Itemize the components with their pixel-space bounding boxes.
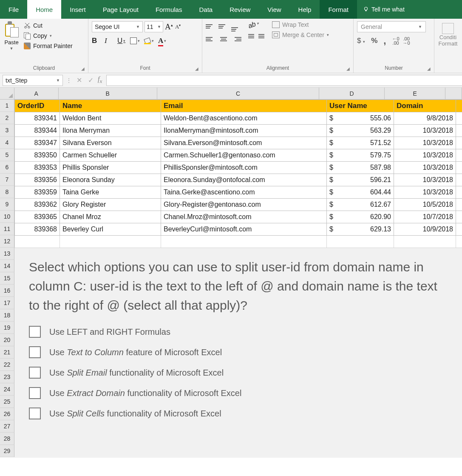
row-header[interactable]: 17 (0, 297, 14, 309)
cell[interactable]: Weldon Bent (60, 112, 161, 125)
row-header[interactable]: 23 (0, 371, 14, 383)
cell[interactable]: Silvana.Everson@mintosoft.com (161, 137, 327, 149)
row-header[interactable]: 3 (0, 124, 14, 137)
cell[interactable]: 839362 (15, 199, 60, 211)
cell[interactable] (60, 236, 161, 248)
font-name-select[interactable]: Segoe UI▼ (92, 21, 143, 32)
tab-file[interactable]: File (0, 0, 27, 19)
align-bottom-button[interactable] (231, 21, 241, 31)
increase-decimal-button[interactable]: ←0.00 (392, 37, 399, 45)
row-header[interactable]: 13 (0, 248, 14, 260)
cell[interactable]: 10/3/2018 (394, 186, 456, 199)
fill-color-button[interactable]: ▾ (144, 37, 154, 44)
cell[interactable]: 839365 (15, 211, 60, 223)
row-header[interactable]: 6 (0, 161, 14, 174)
percent-format-button[interactable]: % (371, 37, 377, 45)
cell[interactable]: $587.98 (327, 162, 394, 174)
dialog-launcher-icon[interactable]: ◢ (195, 66, 198, 71)
row-header[interactable]: 14 (0, 260, 14, 272)
cell[interactable]: 839368 (15, 223, 60, 236)
align-right-button[interactable] (231, 34, 241, 44)
cell[interactable]: 10/5/2018 (394, 199, 456, 211)
cell[interactable] (456, 174, 462, 186)
cell[interactable]: Eleonora Sunday (60, 174, 161, 186)
format-painter-button[interactable]: Format Painter (22, 42, 74, 50)
cell[interactable]: 839347 (15, 137, 60, 149)
cell[interactable]: $629.13 (327, 223, 394, 236)
cell[interactable] (161, 236, 327, 248)
cell[interactable]: $620.90 (327, 211, 394, 223)
conditional-formatting-button[interactable]: Conditi Formatt (438, 21, 458, 47)
increase-font-button[interactable]: A▴ (165, 22, 173, 31)
select-all-corner[interactable] (0, 88, 14, 100)
cell[interactable] (456, 162, 462, 174)
row-header[interactable]: 8 (0, 186, 14, 198)
cell[interactable]: Glory Register (60, 199, 161, 211)
cell[interactable]: $563.29 (327, 125, 394, 137)
row-header[interactable]: 18 (0, 309, 14, 322)
col-header-B[interactable]: B (59, 88, 157, 100)
cancel-formula-button[interactable]: ✕ (77, 76, 82, 84)
decrease-font-button[interactable]: A▾ (175, 23, 184, 30)
cell[interactable]: BeverleyCurl@mintosoft.com (161, 223, 327, 236)
font-color-button[interactable]: A▾ (158, 37, 167, 45)
cell[interactable]: Phillis Sponsler (60, 162, 161, 174)
cell[interactable]: 10/3/2018 (394, 162, 456, 174)
tell-me-search[interactable]: Tell me what (357, 0, 411, 19)
row-header[interactable]: 22 (0, 359, 14, 371)
checkbox[interactable] (29, 408, 41, 419)
row-header[interactable]: 29 (0, 445, 14, 457)
orientation-button[interactable]: ab▾ (248, 21, 259, 29)
cell[interactable]: Email (161, 100, 327, 112)
row-header[interactable]: 27 (0, 420, 14, 433)
decrease-decimal-button[interactable]: .00→0 (403, 37, 410, 45)
cell[interactable]: Carmen.Schueller1@gentonaso.com (161, 149, 327, 162)
cell[interactable] (394, 236, 456, 248)
cell[interactable]: $604.44 (327, 186, 394, 199)
row-header[interactable]: 28 (0, 433, 14, 445)
wrap-text-button[interactable]: Wrap Text (272, 21, 329, 28)
italic-button[interactable]: I (105, 37, 113, 45)
cell[interactable]: $612.67 (327, 199, 394, 211)
row-header[interactable]: 21 (0, 346, 14, 359)
tab-home[interactable]: Home (27, 0, 61, 19)
row-header[interactable]: 9 (0, 198, 14, 211)
cell[interactable] (15, 236, 60, 248)
tab-help[interactable]: Help (290, 0, 320, 19)
dialog-launcher-icon[interactable]: ◢ (427, 66, 431, 71)
cell[interactable]: 9/8/2018 (394, 112, 456, 125)
cell[interactable] (456, 112, 462, 125)
cell[interactable]: 839341 (15, 112, 60, 125)
col-header-C[interactable]: C (157, 88, 319, 100)
row-header[interactable]: 10 (0, 211, 14, 223)
cell[interactable]: 839350 (15, 149, 60, 162)
accounting-format-button[interactable]: $ ▾ (357, 37, 365, 45)
name-box[interactable]: txt_Step▼ (3, 75, 63, 86)
cell[interactable] (456, 211, 462, 223)
cell[interactable]: $571.52 (327, 137, 394, 149)
cell[interactable]: Weldon-Bent@ascentiono.com (161, 112, 327, 125)
cell[interactable]: Glory-Register@gentonaso.com (161, 199, 327, 211)
cell[interactable] (456, 100, 462, 112)
row-header[interactable]: 15 (0, 272, 14, 285)
cell[interactable]: Domain (394, 100, 456, 112)
formula-bar-input[interactable] (106, 75, 462, 86)
dialog-launcher-icon[interactable]: ◢ (81, 66, 85, 71)
tab-formulas[interactable]: Formulas (147, 0, 191, 19)
cell[interactable]: 839356 (15, 174, 60, 186)
row-header[interactable]: 11 (0, 223, 14, 235)
cell[interactable]: Taina.Gerke@ascentiono.com (161, 186, 327, 199)
cell[interactable]: Chanel.Mroz@mintosoft.com (161, 211, 327, 223)
align-center-button[interactable] (218, 34, 229, 44)
cell[interactable]: User Name (327, 100, 394, 112)
tab-view[interactable]: View (259, 0, 289, 19)
cell[interactable]: PhillisSponsler@mintosoft.com (161, 162, 327, 174)
cell[interactable]: 10/3/2018 (394, 125, 456, 137)
checkbox[interactable] (29, 326, 41, 338)
comma-format-button[interactable]: , (383, 39, 386, 43)
cell[interactable]: Carmen Schueller (60, 149, 161, 162)
row-header[interactable]: 24 (0, 383, 14, 396)
cell[interactable] (456, 149, 462, 162)
cell[interactable]: Silvana Everson (60, 137, 161, 149)
align-top-button[interactable] (206, 21, 216, 31)
